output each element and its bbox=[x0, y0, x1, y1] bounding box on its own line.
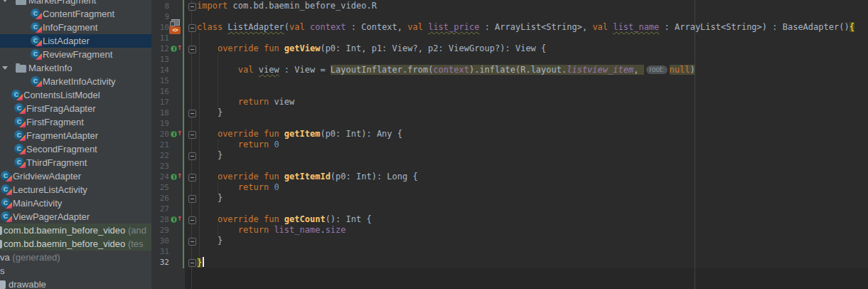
tree-item-contentfragment[interactable]: CContentFragment bbox=[0, 7, 151, 21]
tree-item-marketinfoactivity[interactable]: CMarketInfoActivity bbox=[0, 75, 151, 88]
code-token: } bbox=[197, 258, 202, 268]
xml-code-icon: <> bbox=[169, 26, 181, 34]
tree-item-fragmentadapter[interactable]: CFragmentAdapter bbox=[0, 129, 151, 142]
code-token: listview_item bbox=[567, 65, 633, 75]
fold-marker-end[interactable] bbox=[188, 195, 196, 203]
folder-icon bbox=[16, 0, 26, 5]
code-token: class bbox=[197, 22, 227, 32]
tree-item-reviewfragment[interactable]: CReviewFragment bbox=[0, 48, 151, 61]
code-token: size bbox=[326, 225, 346, 235]
code-line-22[interactable]: } bbox=[197, 150, 223, 161]
code-line-18[interactable]: } bbox=[197, 107, 223, 118]
parameter-name-hint: root: bbox=[646, 65, 668, 74]
tree-item-label: MarketFragment bbox=[28, 0, 96, 7]
code-line-25[interactable]: return 0 bbox=[197, 182, 279, 193]
tree-item-s[interactable]: s bbox=[0, 264, 151, 278]
tree-item-lecturelistactivity[interactable]: CLectureListActivity bbox=[0, 183, 151, 196]
code-line-14[interactable]: val view : View = LayoutInflater.from(co… bbox=[197, 65, 695, 75]
fold-marker-end[interactable] bbox=[188, 152, 196, 160]
fold-marker-top[interactable] bbox=[188, 216, 196, 224]
fold-marker-top[interactable] bbox=[188, 46, 196, 53]
kotlin-class-icon: C bbox=[11, 89, 23, 100]
tree-item-thirdfragment[interactable]: CThirdFragment bbox=[0, 156, 151, 169]
tree-item-listadapter[interactable]: CListAdapter bbox=[0, 34, 151, 48]
fold-marker-top[interactable] bbox=[188, 174, 196, 182]
code-line-32[interactable]: } bbox=[197, 257, 204, 268]
tree-item-firstfragment[interactable]: CFirstFragment bbox=[0, 115, 151, 129]
code-token: , bbox=[633, 65, 643, 75]
tree-item-label: drawable bbox=[9, 278, 46, 289]
tree-item-label: va (generated) bbox=[0, 251, 60, 264]
line-number: 30 bbox=[151, 236, 169, 246]
folder-icon bbox=[16, 65, 26, 73]
tree-item-infofragment[interactable]: CInfoFragment bbox=[0, 21, 151, 34]
code-line-26[interactable]: } bbox=[197, 193, 223, 204]
override-method-gutter-icon[interactable]: ↑ bbox=[171, 214, 183, 224]
override-method-gutter-icon[interactable]: ↑ bbox=[171, 172, 183, 182]
code-token bbox=[197, 140, 238, 149]
code-token: 0 bbox=[274, 140, 279, 149]
expand-arrow-icon[interactable] bbox=[2, 66, 8, 70]
code-line-30[interactable]: } bbox=[197, 236, 223, 246]
fold-marker-end[interactable] bbox=[188, 259, 196, 267]
code-token: context bbox=[433, 65, 469, 75]
kotlin-class-icon: C bbox=[14, 103, 26, 114]
fold-marker-top[interactable] bbox=[188, 131, 196, 139]
kotlin-class-icon: C bbox=[31, 35, 42, 46]
code-line-24[interactable]: override fun getItemId(p0: Int): Long { bbox=[197, 172, 418, 182]
kotlin-class-icon: C bbox=[1, 211, 12, 222]
code-line-8[interactable]: import com.bd.baemin_before_video.R bbox=[197, 1, 377, 11]
code-token: (p0: Int): Any { bbox=[320, 129, 402, 139]
line-number: 10 bbox=[151, 22, 169, 33]
line-number: 12 bbox=[151, 43, 169, 54]
line-number: 21 bbox=[151, 140, 169, 150]
tree-item-marketfragment[interactable]: MarketFragment bbox=[0, 0, 151, 7]
code-line-21[interactable]: return 0 bbox=[197, 140, 279, 150]
code-token: ).inflate(R.layout. bbox=[469, 65, 567, 75]
code-token: 0 bbox=[274, 182, 279, 192]
tree-item-marketinfo[interactable]: MarketInfo bbox=[0, 61, 151, 75]
code-token: getCount bbox=[284, 214, 326, 224]
code-line-20[interactable]: override fun getItem(p0: Int): Any { bbox=[197, 129, 402, 140]
tree-item-va[interactable]: va (generated) bbox=[0, 251, 151, 264]
related-layout-gutter-icon[interactable]: <> bbox=[169, 19, 182, 34]
code-line-28[interactable]: override fun getCount(): Int { bbox=[197, 214, 372, 225]
kotlin-class-icon: C bbox=[14, 157, 26, 168]
kotlin-class-icon: C bbox=[1, 170, 12, 182]
tree-item-com-bd-baemin-before-video[interactable]: com.bd.baemin_before_video (and bbox=[0, 224, 151, 237]
tree-item-firstfragadapter[interactable]: CFirstFragAdapter bbox=[0, 102, 151, 115]
tree-item-label: InfoFragment bbox=[43, 21, 97, 34]
fold-marker-end[interactable] bbox=[188, 238, 196, 246]
code-token: list_price bbox=[428, 22, 479, 32]
fold-marker-top[interactable] bbox=[188, 3, 196, 11]
tree-item-viewpageradapter[interactable]: CViewPagerAdapter bbox=[0, 210, 151, 224]
code-token: ListAdapter bbox=[227, 22, 284, 32]
kotlin-class-icon: C bbox=[31, 48, 42, 60]
expand-arrow-icon[interactable] bbox=[2, 0, 8, 2]
code-token: override fun bbox=[218, 214, 284, 224]
kotlin-class-icon: C bbox=[1, 197, 12, 209]
tree-item-mainactivity[interactable]: CMainActivity bbox=[0, 196, 151, 210]
kotlin-class-icon: C bbox=[31, 21, 42, 33]
code-token: (p0: Int): Long { bbox=[331, 172, 418, 182]
code-line-12[interactable]: override fun getView(p0: Int, p1: View?,… bbox=[197, 43, 546, 54]
package-icon bbox=[0, 240, 2, 248]
code-token: getView bbox=[284, 43, 321, 53]
kotlin-class-icon: C bbox=[14, 116, 26, 127]
code-line-10[interactable]: class ListAdapter(val context : Context,… bbox=[197, 22, 854, 33]
code-line-17[interactable]: return view bbox=[197, 97, 294, 107]
tree-item-com-bd-baemin-before-video[interactable]: com.bd.baemin_before_video (tes bbox=[0, 237, 151, 251]
tree-item-gridviewadapter[interactable]: CGridviewAdapter bbox=[0, 169, 151, 183]
code-token: null bbox=[670, 65, 690, 75]
tree-item-label: com.bd.baemin_before_video (and bbox=[4, 224, 146, 237]
fold-marker-top[interactable] bbox=[188, 24, 196, 32]
code-line-29[interactable]: return list_name.size bbox=[197, 225, 346, 236]
fold-marker-end[interactable] bbox=[188, 110, 196, 117]
tree-item-label: ViewPagerAdapter bbox=[13, 210, 90, 224]
tree-item-contentslistmodel[interactable]: CContentsListModel bbox=[0, 88, 151, 102]
tree-item-drawable[interactable]: drawable bbox=[0, 278, 151, 289]
code-token: getItemId bbox=[284, 172, 331, 182]
tree-item-secondfragment[interactable]: CSecondFragment bbox=[0, 142, 151, 156]
override-method-gutter-icon[interactable]: ↑ bbox=[171, 43, 183, 53]
override-method-gutter-icon[interactable]: ↑ bbox=[171, 129, 183, 139]
